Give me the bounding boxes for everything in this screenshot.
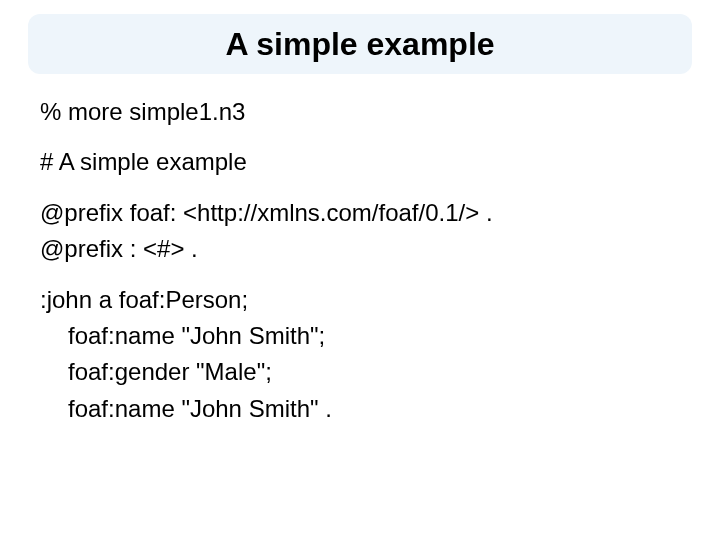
slide: A simple example % more simple1.n3 # A s… [0,0,720,540]
title-box: A simple example [28,14,692,74]
code-line: :john a foaf:Person; [40,284,680,316]
code-line: foaf:name "John Smith" . [40,393,680,425]
slide-title: A simple example [225,26,494,63]
code-line: @prefix foaf: <http://xmlns.com/foaf/0.1… [40,197,680,229]
code-line: @prefix : <#> . [40,233,680,265]
code-line: % more simple1.n3 [40,96,680,128]
code-line: foaf:gender "Male"; [40,356,680,388]
code-line: foaf:name "John Smith"; [40,320,680,352]
code-line: # A simple example [40,146,680,178]
slide-body: % more simple1.n3 # A simple example @pr… [40,96,680,443]
